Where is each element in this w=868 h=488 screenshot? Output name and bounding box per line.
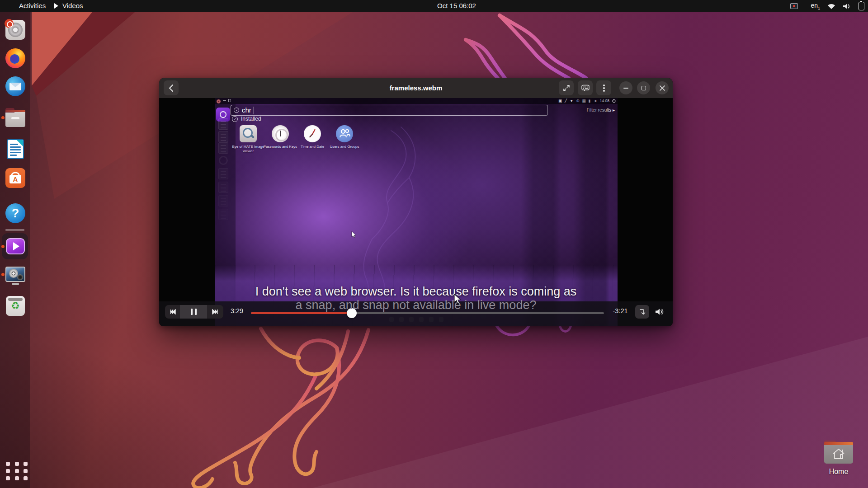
videos-icon	[6, 238, 25, 254]
top-bar: Activities Videos Oct 15 06:02 en1	[0, 0, 868, 12]
subtitle-line1: I don't see a web browser. Is it because…	[159, 285, 673, 299]
dock-item-media-player[interactable]	[5, 264, 26, 285]
subtitle-line2: a snap, and snap not available in live m…	[159, 298, 673, 312]
grid-dot	[15, 462, 19, 466]
dock-item-videos[interactable]	[5, 236, 26, 257]
subtitles-button[interactable]	[578, 80, 593, 95]
film-app-clock: Time and Date	[292, 125, 333, 149]
maximize-button[interactable]	[637, 81, 650, 94]
film-app-users: Users and Groups	[324, 125, 365, 149]
film-sidebar-item	[218, 195, 228, 206]
close-button[interactable]	[656, 81, 669, 94]
grid-dot	[6, 469, 10, 473]
dock: A?♻	[0, 12, 30, 488]
desktop: Activities Videos Oct 15 06:02 en1 A?♻ H…	[0, 0, 868, 488]
window-titlebar[interactable]: frameless.webm	[159, 78, 673, 98]
window-title: frameless.webm	[159, 78, 673, 98]
film-close-icon: ×	[217, 99, 221, 103]
svg-text:A: A	[13, 175, 18, 183]
film-filter-results: Filter results ▸	[587, 108, 615, 113]
film-maximize-icon	[228, 99, 231, 102]
clock[interactable]: Oct 15 06:02	[431, 2, 482, 9]
files-icon	[5, 111, 25, 127]
videos-window: frameless.webm × ▣╱▼⊕▦▮◄ 14:08	[159, 78, 673, 326]
grid-dot	[24, 469, 28, 473]
film-search-field: × chr	[231, 105, 548, 116]
film-clear-search-icon: ×	[234, 108, 239, 113]
trash-icon: ♻	[6, 296, 25, 316]
film-text-caret	[254, 107, 254, 114]
film-sidebar-item	[218, 118, 228, 130]
minimize-button[interactable]	[619, 81, 632, 94]
running-indicator	[1, 273, 5, 276]
dock-item-ubuntu-software[interactable]: A	[5, 168, 26, 188]
ubuntu-software-icon: A	[5, 168, 25, 188]
dock-item-help[interactable]: ?	[5, 203, 26, 224]
film-search-text: chr	[242, 106, 251, 114]
folder-icon	[824, 443, 853, 464]
grid-dot	[6, 476, 10, 480]
volume-icon	[843, 3, 851, 10]
film-minimize-icon	[223, 100, 226, 101]
house-icon	[832, 448, 845, 460]
film-installed-filter: ✓Installed	[232, 116, 261, 122]
show-applications-button[interactable]	[6, 462, 29, 480]
seek-progress	[251, 312, 352, 314]
film-window-titlebar: ×	[215, 98, 618, 104]
dock-separator	[5, 230, 24, 230]
dock-item-thunderbird[interactable]	[5, 76, 26, 97]
grid-dot	[15, 476, 19, 480]
home-folder[interactable]: Home	[823, 443, 854, 476]
running-indicator	[1, 116, 5, 119]
film-sidebar-item	[218, 131, 228, 142]
dock-item-trash[interactable]: ♻	[5, 296, 26, 316]
grid-dot	[24, 462, 28, 466]
film-app-key: Passwords and Keys	[259, 125, 301, 149]
activities-button[interactable]: Activities	[19, 2, 46, 9]
wifi-icon	[827, 3, 835, 9]
screen-share-icon	[790, 3, 798, 9]
film-sidebar-item	[218, 209, 228, 220]
play-icon	[54, 3, 58, 9]
dock-item-firefox[interactable]	[5, 48, 26, 69]
menu-button[interactable]	[596, 80, 611, 95]
keyboard-layout-indicator: en1	[811, 2, 820, 10]
fullscreen-button[interactable]	[559, 80, 574, 95]
grid-dot	[15, 469, 19, 473]
dock-item-libreoffice-writer[interactable]	[5, 139, 26, 160]
film-sidebar-item	[218, 168, 228, 179]
grid-dot	[6, 462, 10, 466]
libreoffice-icon	[7, 139, 24, 159]
thunderbird-icon	[5, 76, 25, 96]
film-cursor	[351, 231, 357, 238]
mouse-cursor	[453, 294, 462, 305]
app-menu[interactable]: Videos	[54, 2, 83, 9]
system-tray[interactable]: en1	[790, 0, 864, 12]
dock-item-ubuntu-installer[interactable]	[5, 19, 26, 40]
dock-item-files[interactable]	[5, 107, 26, 128]
media-player-icon	[5, 267, 25, 282]
film-sidebar-item	[218, 142, 228, 154]
ubuntu-installer-icon	[5, 20, 25, 40]
film-system-tray: ▣╱▼⊕▦▮◄ 14:08	[558, 99, 616, 103]
film-sidebar-item	[218, 182, 228, 193]
help-icon: ?	[5, 203, 25, 223]
film-sidebar-item	[219, 156, 228, 165]
battery-icon	[859, 2, 864, 10]
film-app-magnifier: Eye of MATE Image Viewer	[227, 125, 269, 154]
app-menu-label: Videos	[62, 2, 83, 9]
running-indicator	[1, 245, 5, 248]
firefox-icon	[5, 48, 25, 68]
home-label: Home	[823, 468, 854, 476]
seek-bar[interactable]	[251, 312, 604, 314]
grid-dot	[24, 476, 28, 480]
film-software-boutique-icon	[216, 108, 230, 122]
